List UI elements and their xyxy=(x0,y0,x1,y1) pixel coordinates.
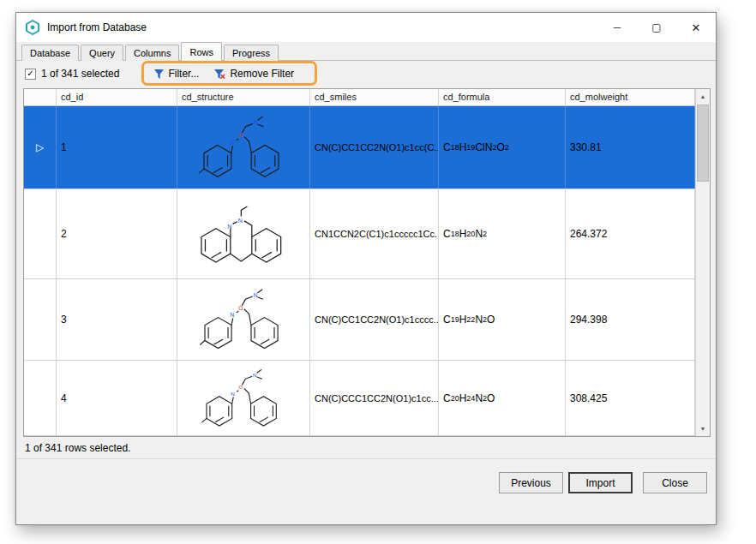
cd-smiles-cell[interactable]: CN1CCN2C(C1)c1ccccc1Cc... xyxy=(310,189,439,278)
previous-button[interactable]: Previous xyxy=(499,472,563,493)
row-selector-cell[interactable]: ▷ xyxy=(24,106,57,188)
cd-molweight-cell[interactable]: 264.372 xyxy=(566,189,695,278)
cd-id-cell[interactable]: 3 xyxy=(57,279,177,360)
cd-smiles-cell[interactable]: CN(C)CC1CC2N(O1)c1cc(C... xyxy=(310,106,439,188)
cd-smiles-cell[interactable]: CN(C)CCC1CC2N(O1)c1cc... xyxy=(310,361,439,435)
tab-progress[interactable]: Progress xyxy=(224,45,279,61)
results-grid: cd_id cd_structure cd_smiles cd_formula … xyxy=(23,88,711,437)
window-controls: ─ ▢ ✕ xyxy=(597,13,716,42)
cd-molweight-cell[interactable]: 330.81 xyxy=(566,106,695,188)
cd-structure-cell[interactable] xyxy=(177,279,310,360)
structure-image xyxy=(191,192,296,276)
column-header-cd-id[interactable]: cd_id xyxy=(57,89,177,105)
cd-formula-cell[interactable]: C19H22N2O xyxy=(439,279,566,360)
cd-smiles-cell[interactable]: CN(C)CC1CC2N(O1)c1cccc... xyxy=(310,279,439,360)
cd-id-cell[interactable]: 2 xyxy=(57,189,177,278)
remove-filter-icon xyxy=(214,69,225,79)
vertical-scrollbar[interactable]: ▲ ▼ xyxy=(695,89,710,436)
column-header-cd-smiles[interactable]: cd_smiles xyxy=(310,89,439,105)
cd-formula-cell[interactable]: C18H20N2 xyxy=(439,189,566,278)
close-button[interactable]: Close xyxy=(643,472,707,493)
column-header-cd-formula[interactable]: cd_formula xyxy=(439,89,566,105)
cd-id-cell[interactable]: 4 xyxy=(57,361,177,435)
cd-id-cell[interactable]: 1 xyxy=(57,106,177,188)
filter-icon xyxy=(154,69,164,79)
table-row[interactable]: 2 CN1CCN2C(C1)c1ccccc1Cc... C18H20N2 264… xyxy=(24,189,710,279)
filter-button-label: Filter... xyxy=(168,68,199,80)
scroll-down-icon[interactable]: ▼ xyxy=(696,421,710,436)
minimize-button[interactable]: ─ xyxy=(597,13,637,42)
row-selector-cell[interactable] xyxy=(24,279,57,360)
cd-formula-cell[interactable]: C20H24N2O xyxy=(439,361,566,435)
remove-filter-button-label: Remove Filter xyxy=(230,68,294,80)
row-selector-cell[interactable] xyxy=(24,361,57,435)
window-title: Import from Database xyxy=(47,21,147,33)
import-button[interactable]: Import xyxy=(568,472,633,493)
column-header-cd-structure[interactable]: cd_structure xyxy=(177,89,310,105)
cd-structure-cell[interactable] xyxy=(177,361,310,435)
current-row-marker-icon: ▷ xyxy=(36,141,44,153)
cd-molweight-cell[interactable]: 294.398 xyxy=(566,279,695,360)
tab-strip: Database Query Columns Rows Progress xyxy=(16,42,716,61)
row-selector-cell[interactable] xyxy=(24,189,57,278)
grid-header-row: cd_id cd_structure cd_smiles cd_formula … xyxy=(24,89,710,106)
cd-molweight-cell[interactable]: 308.425 xyxy=(566,361,695,435)
title-bar: Import from Database ─ ▢ ✕ xyxy=(16,13,716,42)
selection-checkbox[interactable]: ✓ xyxy=(25,69,36,80)
table-row[interactable]: ▷ 1 CN(C)CC1CC2N(O1)c1cc(C... C18H19ClN2… xyxy=(24,106,710,189)
tab-query[interactable]: Query xyxy=(81,45,123,61)
filter-button[interactable]: Filter... xyxy=(147,64,207,83)
status-bar: 1 of 341 rows selected. xyxy=(16,437,716,459)
row-selector-header xyxy=(24,89,57,105)
close-window-button[interactable]: ✕ xyxy=(676,13,716,42)
structure-image xyxy=(193,362,294,435)
structure-image xyxy=(191,281,296,358)
cd-formula-cell[interactable]: C18H19ClN2O2 xyxy=(439,106,566,188)
selection-count-label: 1 of 341 selected xyxy=(41,68,119,80)
column-header-cd-molweight[interactable]: cd_molweight xyxy=(566,89,695,105)
tab-columns[interactable]: Columns xyxy=(125,45,179,61)
tab-rows[interactable]: Rows xyxy=(181,42,222,61)
cd-structure-cell[interactable] xyxy=(177,189,310,278)
rows-toolbar: ✓ 1 of 341 selected Filter... Remove Fil… xyxy=(16,61,716,87)
tab-database[interactable]: Database xyxy=(21,45,79,61)
dialog-footer: Previous Import Close xyxy=(499,472,707,493)
cd-structure-cell[interactable] xyxy=(177,106,310,188)
remove-filter-button[interactable]: Remove Filter xyxy=(207,64,302,83)
app-icon xyxy=(25,20,40,35)
scrollbar-thumb[interactable] xyxy=(697,105,709,182)
table-row[interactable]: 4 CN(C)CCC1CC2N(O1)c1cc... C20H24N2O 308… xyxy=(24,361,710,436)
dialog-window: Import from Database ─ ▢ ✕ Database Quer… xyxy=(15,12,717,525)
scroll-up-icon[interactable]: ▲ xyxy=(696,89,710,104)
table-row[interactable]: 3 CN(C)CC1CC2N(O1)c1cccc... C19H22N2O 29… xyxy=(24,279,710,361)
maximize-button[interactable]: ▢ xyxy=(637,13,676,42)
structure-image xyxy=(191,108,296,187)
